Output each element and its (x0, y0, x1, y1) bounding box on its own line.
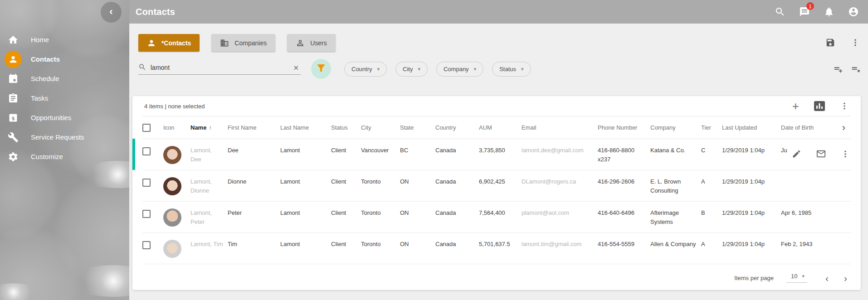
sidebar: ‹ Home Contacts Schedule Tasks (0, 0, 129, 300)
cell-city: Toronto (361, 202, 400, 233)
cell-email: lamont.tim@gmail.com (522, 233, 598, 264)
filter-label: City (403, 66, 413, 73)
row-checkbox[interactable] (142, 210, 151, 218)
column-header-last-name[interactable]: Last Name (280, 116, 331, 139)
cell-state: ON (400, 202, 435, 233)
notifications-bell-icon[interactable] (824, 6, 834, 17)
person-outline-icon (296, 39, 305, 48)
sidebar-item-label: Contacts (31, 55, 60, 63)
topbar: Contacts 1 (129, 0, 868, 24)
select-all-checkbox[interactable] (142, 124, 151, 132)
page-size-value: 10 (791, 273, 797, 280)
account-avatar-icon[interactable] (848, 6, 859, 17)
cell-company: Allen & Company (650, 233, 701, 264)
sidebar-item-tasks[interactable]: Tasks (0, 88, 129, 108)
chevron-down-icon: ▾ (418, 67, 420, 72)
filter-status-dropdown[interactable]: Status ▾ (492, 62, 531, 77)
sidebar-item-customize[interactable]: Customize (0, 147, 129, 166)
cell-country: Canada (435, 202, 479, 233)
dollar-box-icon: $ (7, 112, 19, 124)
sidebar-item-label: Opportunities (31, 114, 71, 121)
sidebar-item-home[interactable]: Home (0, 30, 129, 49)
sidebar-collapse-button[interactable]: ‹ (101, 2, 122, 23)
chart-view-icon[interactable] (814, 101, 825, 111)
tab-users[interactable]: Users (287, 34, 336, 52)
column-header-first-name[interactable]: First Name (228, 116, 280, 139)
playlist-add-icon[interactable] (833, 64, 843, 74)
table-row[interactable]: Lamont, Dionne Dionne Lamont Client Toro… (142, 170, 851, 202)
column-header-city[interactable]: City (361, 116, 400, 139)
search-field-magnifier-icon (138, 63, 146, 71)
cell-first-name: Peter (228, 202, 280, 233)
chevron-down-icon: ▾ (802, 274, 805, 279)
contacts-icon (5, 51, 22, 68)
filter-city-dropdown[interactable]: City ▾ (395, 62, 428, 77)
column-header-state[interactable]: State (400, 116, 435, 139)
cell-name: Lamont, Peter (190, 202, 228, 233)
column-header-status[interactable]: Status (331, 116, 361, 139)
list-toolbar-icons: + (792, 101, 849, 111)
cell-tier: B (701, 202, 722, 233)
messages-icon[interactable]: 1 (799, 6, 810, 17)
scroll-columns-right-icon[interactable]: › (842, 122, 845, 133)
cell-status: Client (331, 139, 361, 170)
sidebar-item-label: Customize (31, 153, 63, 160)
playlist-remove-icon[interactable] (851, 64, 861, 74)
table-row[interactable]: Lamont, Dee Dee Lamont Client Vancouver … (142, 139, 851, 170)
building-icon (220, 39, 229, 48)
column-header-country[interactable]: Country (435, 116, 479, 139)
tab-companies[interactable]: Companies (211, 34, 275, 52)
clear-search-icon[interactable]: ✕ (291, 65, 301, 71)
search-icon[interactable] (775, 6, 785, 17)
page-size-select[interactable]: 10 ▾ (786, 273, 807, 283)
row-checkbox[interactable] (142, 179, 151, 187)
cell-last-name: Lamont (280, 170, 331, 202)
pagination-bar: Items per page 10 ▾ ‹ › (132, 266, 861, 290)
sidebar-item-schedule[interactable]: Schedule (0, 69, 129, 88)
save-view-icon[interactable] (825, 38, 835, 48)
sidebar-item-opportunities[interactable]: $ Opportunities (0, 108, 129, 127)
entity-tabs: *Contacts Companies Users (138, 34, 336, 52)
list-options-kebab-icon[interactable] (840, 102, 849, 111)
sidebar-item-service-requests[interactable]: Service Requests (0, 127, 129, 147)
search-input[interactable]: lamont ✕ (138, 63, 301, 75)
chevron-down-icon: ▾ (377, 67, 380, 72)
cell-status: Client (331, 170, 361, 202)
column-header-tier[interactable]: Tier (701, 116, 722, 139)
column-header-name[interactable]: Name↑ (190, 116, 228, 139)
filter-pills: Country ▾ City ▾ Company ▾ Status ▾ (344, 62, 531, 77)
sidebar-item-contacts[interactable]: Contacts (0, 49, 129, 69)
cell-last-name: Lamont (280, 139, 331, 170)
filter-country-dropdown[interactable]: Country ▾ (344, 62, 387, 77)
previous-page-icon[interactable]: ‹ (825, 273, 829, 283)
email-envelope-icon[interactable] (816, 149, 826, 159)
svg-text:$: $ (11, 115, 15, 121)
column-header-icon: Icon (163, 116, 190, 139)
next-page-icon[interactable]: › (844, 273, 847, 283)
contacts-list-card: 4 items | none selected + Icon Name↑ Fir… (132, 96, 861, 290)
row-options-kebab-icon[interactable] (841, 150, 850, 159)
cell-city: Toronto (361, 170, 400, 202)
row-checkbox[interactable] (142, 241, 151, 249)
filter-company-dropdown[interactable]: Company ▾ (436, 62, 483, 77)
cell-tier: A (701, 170, 722, 202)
add-contact-icon[interactable]: + (792, 102, 799, 111)
cell-dob (781, 170, 819, 202)
column-header-last-updated[interactable]: Last Updated (722, 116, 781, 139)
column-header-dob[interactable]: Date of Birth (781, 116, 819, 139)
row-checkbox[interactable] (142, 147, 151, 155)
table-row[interactable]: Lamont, Tim Tim Lamont Client Toronto ON… (142, 233, 851, 264)
column-header-company[interactable]: Company (650, 116, 701, 139)
filter-button[interactable] (311, 59, 331, 79)
table-row[interactable]: Lamont, Peter Peter Lamont Client Toront… (142, 202, 851, 233)
more-options-kebab-icon[interactable] (851, 38, 860, 47)
cell-country: Canada (435, 233, 479, 264)
tab-contacts[interactable]: *Contacts (138, 34, 200, 52)
edit-pencil-icon[interactable] (792, 149, 801, 159)
column-header-aum[interactable]: AUM (479, 116, 522, 139)
column-header-phone[interactable]: Phone Number (598, 116, 650, 139)
wrench-icon (7, 131, 19, 143)
cell-phone: 416-860-8800 x237 (598, 139, 650, 170)
column-header-email[interactable]: Email (522, 116, 598, 139)
chevron-down-icon: ▾ (474, 67, 477, 72)
